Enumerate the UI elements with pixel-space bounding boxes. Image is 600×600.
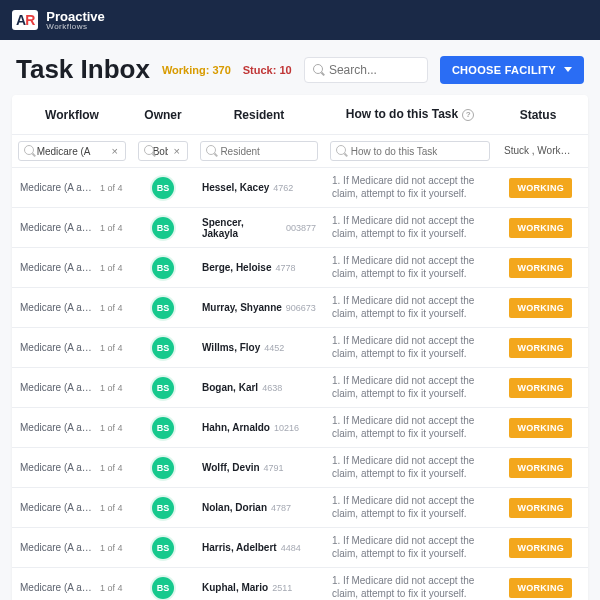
table-row[interactable]: Medicare (A and B) A...1 of 4BSHessel, K… bbox=[12, 168, 588, 208]
table-filters: × × Stuck , Working bbox=[12, 135, 588, 168]
filter-howto-input[interactable] bbox=[351, 146, 484, 157]
cell-workflow: Medicare (A and B) A...1 of 4 bbox=[12, 528, 132, 567]
clear-icon[interactable]: × bbox=[172, 145, 182, 157]
status-badge[interactable]: WORKING bbox=[509, 578, 572, 598]
cell-workflow: Medicare (A and B) A...1 of 4 bbox=[12, 248, 132, 287]
table-row[interactable]: Medicare (A and B) A...1 of 4BSKuphal, M… bbox=[12, 568, 588, 600]
status-badge[interactable]: WORKING bbox=[509, 338, 572, 358]
table-row[interactable]: Medicare (A and B) A...1 of 4BSBerge, He… bbox=[12, 248, 588, 288]
cell-owner: BS bbox=[132, 408, 194, 447]
col-workflow[interactable]: Workflow bbox=[12, 95, 132, 134]
status-badge[interactable]: WORKING bbox=[509, 498, 572, 518]
search-icon bbox=[313, 64, 323, 76]
table-row[interactable]: Medicare (A and B) A...1 of 4BSWolff, De… bbox=[12, 448, 588, 488]
cell-owner: BS bbox=[132, 568, 194, 600]
cell-status: WORKING bbox=[496, 488, 580, 527]
avatar[interactable]: BS bbox=[152, 417, 174, 439]
search-input[interactable] bbox=[329, 63, 419, 77]
table-row[interactable]: Medicare (A and B) A...1 of 4BSSpencer, … bbox=[12, 208, 588, 248]
table-row[interactable]: Medicare (A and B) A...1 of 4BSNolan, Do… bbox=[12, 488, 588, 528]
global-search[interactable] bbox=[304, 57, 428, 83]
table-header: Workflow Owner Resident How to do this T… bbox=[12, 95, 588, 135]
cell-workflow: Medicare (A and B) A...1 of 4 bbox=[12, 568, 132, 600]
avatar[interactable]: BS bbox=[152, 257, 174, 279]
cell-workflow: Medicare (A and B) A...1 of 4 bbox=[12, 368, 132, 407]
table-row[interactable]: Medicare (A and B) A...1 of 4BSMurray, S… bbox=[12, 288, 588, 328]
cell-resident: Berge, Heloise4778 bbox=[194, 248, 324, 287]
cell-resident: Kuphal, Mario2511 bbox=[194, 568, 324, 600]
col-howto[interactable]: How to do this Task? bbox=[324, 95, 496, 134]
cell-howto: 1. If Medicare did not accept the claim,… bbox=[324, 208, 496, 247]
avatar[interactable]: BS bbox=[152, 377, 174, 399]
avatar[interactable]: BS bbox=[152, 297, 174, 319]
filter-owner[interactable]: × bbox=[138, 141, 188, 161]
page-title: Task Inbox bbox=[16, 54, 150, 85]
avatar[interactable]: BS bbox=[152, 577, 174, 599]
cell-workflow: Medicare (A and B) A...1 of 4 bbox=[12, 288, 132, 327]
cell-status: WORKING bbox=[496, 408, 580, 447]
search-icon bbox=[206, 145, 216, 157]
filter-workflow[interactable]: × bbox=[18, 141, 126, 161]
logo-text: Proactive Workflows bbox=[46, 10, 105, 31]
cell-owner: BS bbox=[132, 248, 194, 287]
status-badge[interactable]: WORKING bbox=[509, 258, 572, 278]
cell-workflow: Medicare (A and B) A...1 of 4 bbox=[12, 208, 132, 247]
cell-resident: Harris, Adelbert4484 bbox=[194, 528, 324, 567]
cell-status: WORKING bbox=[496, 528, 580, 567]
cell-owner: BS bbox=[132, 448, 194, 487]
avatar[interactable]: BS bbox=[152, 337, 174, 359]
col-resident[interactable]: Resident bbox=[194, 95, 324, 134]
stat-working: Working: 370 bbox=[162, 64, 231, 76]
cell-status: WORKING bbox=[496, 288, 580, 327]
cell-owner: BS bbox=[132, 288, 194, 327]
choose-facility-button[interactable]: CHOOSE FACILITY bbox=[440, 56, 584, 84]
cell-howto: 1. If Medicare did not accept the claim,… bbox=[324, 168, 496, 207]
col-owner[interactable]: Owner bbox=[132, 95, 194, 134]
table-row[interactable]: Medicare (A and B) A...1 of 4BSBogan, Ka… bbox=[12, 368, 588, 408]
avatar[interactable]: BS bbox=[152, 497, 174, 519]
status-badge[interactable]: WORKING bbox=[509, 218, 572, 238]
logo-badge: AR bbox=[12, 10, 38, 30]
cell-owner: BS bbox=[132, 488, 194, 527]
status-badge[interactable]: WORKING bbox=[509, 418, 572, 438]
cell-workflow: Medicare (A and B) A...1 of 4 bbox=[12, 168, 132, 207]
cell-owner: BS bbox=[132, 208, 194, 247]
cell-howto: 1. If Medicare did not accept the claim,… bbox=[324, 408, 496, 447]
cell-owner: BS bbox=[132, 368, 194, 407]
col-status[interactable]: Status bbox=[496, 95, 580, 134]
cell-status: WORKING bbox=[496, 208, 580, 247]
table-row[interactable]: Medicare (A and B) A...1 of 4BSHahn, Arn… bbox=[12, 408, 588, 448]
filter-resident-input[interactable] bbox=[220, 146, 312, 157]
status-badge[interactable]: WORKING bbox=[509, 298, 572, 318]
cell-owner: BS bbox=[132, 328, 194, 367]
status-badge[interactable]: WORKING bbox=[509, 178, 572, 198]
cell-resident: Hahn, Arnaldo10216 bbox=[194, 408, 324, 447]
cell-status: WORKING bbox=[496, 168, 580, 207]
cell-howto: 1. If Medicare did not accept the claim,… bbox=[324, 568, 496, 600]
status-badge[interactable]: WORKING bbox=[509, 538, 572, 558]
avatar[interactable]: BS bbox=[152, 177, 174, 199]
filter-resident[interactable] bbox=[200, 141, 318, 161]
filter-status[interactable]: Stuck , Working bbox=[502, 141, 574, 160]
status-badge[interactable]: WORKING bbox=[509, 378, 572, 398]
table-row[interactable]: Medicare (A and B) A...1 of 4BSHarris, A… bbox=[12, 528, 588, 568]
cell-owner: BS bbox=[132, 168, 194, 207]
filter-workflow-input[interactable] bbox=[37, 146, 106, 157]
avatar[interactable]: BS bbox=[152, 537, 174, 559]
status-badge[interactable]: WORKING bbox=[509, 458, 572, 478]
cell-resident: Hessel, Kacey4762 bbox=[194, 168, 324, 207]
cell-resident: Wolff, Devin4791 bbox=[194, 448, 324, 487]
cell-workflow: Medicare (A and B) A...1 of 4 bbox=[12, 408, 132, 447]
help-icon[interactable]: ? bbox=[462, 109, 474, 121]
avatar[interactable]: BS bbox=[152, 217, 174, 239]
avatar[interactable]: BS bbox=[152, 457, 174, 479]
cell-status: WORKING bbox=[496, 568, 580, 600]
cell-resident: Nolan, Dorian4787 bbox=[194, 488, 324, 527]
cell-howto: 1. If Medicare did not accept the claim,… bbox=[324, 288, 496, 327]
filter-howto[interactable] bbox=[330, 141, 490, 161]
cell-resident: Spencer, Jakayla003877 bbox=[194, 208, 324, 247]
clear-icon[interactable]: × bbox=[110, 145, 120, 157]
cell-resident: Bogan, Karl4638 bbox=[194, 368, 324, 407]
table-row[interactable]: Medicare (A and B) A...1 of 4BSWillms, F… bbox=[12, 328, 588, 368]
search-icon bbox=[24, 145, 33, 157]
